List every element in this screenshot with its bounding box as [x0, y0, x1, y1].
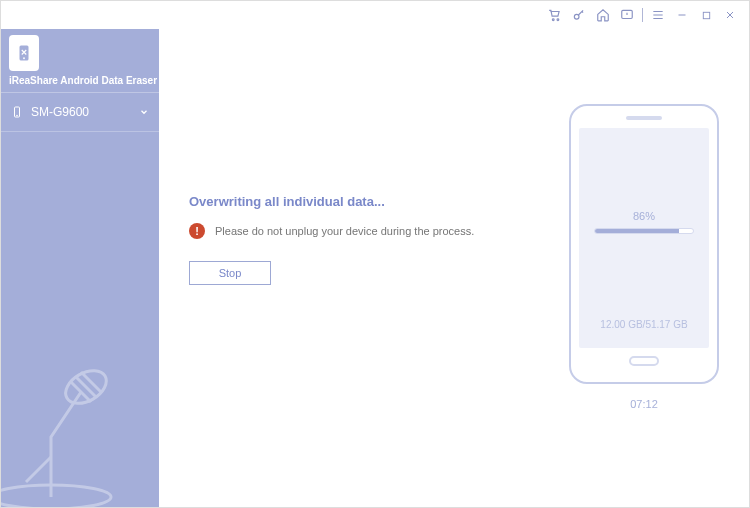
- svg-point-8: [17, 115, 18, 116]
- device-name: SM-G9600: [31, 105, 131, 119]
- close-icon[interactable]: [719, 4, 741, 26]
- status-panel: Overwriting all individual data... ! Ple…: [189, 194, 519, 285]
- progress-percent: 86%: [633, 210, 655, 222]
- logo-block: iReaShare Android Data Eraser: [1, 29, 159, 92]
- cart-icon[interactable]: [544, 4, 566, 26]
- svg-rect-4: [703, 12, 709, 18]
- phone-preview: 86% 12.00 GB/51.17 GB 07:12: [569, 104, 719, 410]
- device-selector[interactable]: SM-G9600: [1, 92, 159, 132]
- home-icon[interactable]: [592, 4, 614, 26]
- elapsed-time: 07:12: [630, 398, 658, 410]
- body: iReaShare Android Data Eraser SM-G9600 O…: [1, 29, 749, 507]
- svg-point-2: [574, 14, 579, 19]
- svg-point-0: [552, 19, 554, 21]
- status-title: Overwriting all individual data...: [189, 194, 519, 209]
- phone-frame: 86% 12.00 GB/51.17 GB: [569, 104, 719, 384]
- titlebar: [1, 1, 749, 29]
- minimize-icon[interactable]: [671, 4, 693, 26]
- phone-speaker: [626, 116, 662, 120]
- stop-button[interactable]: Stop: [189, 261, 271, 285]
- progress-fill: [595, 229, 679, 233]
- progress-bar: [594, 228, 694, 234]
- warning-text: Please do not unplug your device during …: [215, 225, 474, 237]
- svg-point-9: [1, 485, 111, 507]
- sidebar: iReaShare Android Data Eraser SM-G9600: [1, 29, 159, 507]
- menu-icon[interactable]: [647, 4, 669, 26]
- key-icon[interactable]: [568, 4, 590, 26]
- separator: [642, 8, 643, 22]
- maximize-icon[interactable]: [695, 4, 717, 26]
- warning-row: ! Please do not unplug your device durin…: [189, 223, 519, 239]
- phone-home-button: [629, 356, 659, 366]
- main-content: Overwriting all individual data... ! Ple…: [159, 29, 749, 507]
- svg-point-1: [557, 19, 559, 21]
- warning-icon: !: [189, 223, 205, 239]
- app-logo-icon: [9, 35, 39, 71]
- storage-label: 12.00 GB/51.17 GB: [600, 319, 687, 330]
- chevron-down-icon: [139, 107, 149, 117]
- sidebar-decoration-icon: [1, 347, 151, 507]
- phone-screen: 86% 12.00 GB/51.17 GB: [579, 128, 709, 348]
- feedback-icon[interactable]: [616, 4, 638, 26]
- svg-point-6: [23, 57, 25, 59]
- app-name: iReaShare Android Data Eraser: [9, 75, 151, 86]
- phone-icon: [11, 103, 23, 121]
